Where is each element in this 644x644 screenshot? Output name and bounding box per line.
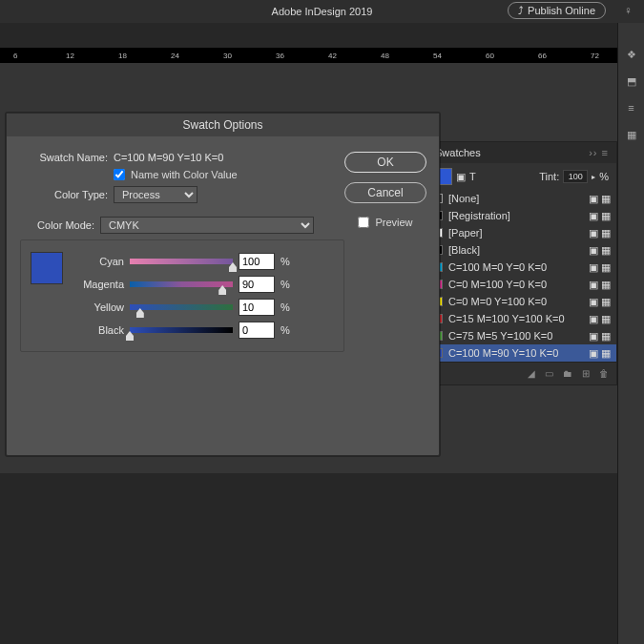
upload-icon: ⤴ <box>518 5 524 16</box>
slider-magenta[interactable] <box>130 280 233 289</box>
dialog-title: Swatch Options <box>7 114 439 136</box>
tint-label: Tint: <box>539 171 559 182</box>
slider-label: Magenta <box>73 279 124 290</box>
ruler-mark: 42 <box>328 52 337 60</box>
cc-libraries-icon[interactable]: ❖ <box>624 48 639 61</box>
publish-online-button[interactable]: ⤴ Publish Online <box>508 2 606 19</box>
cmyk-icon: ▦ <box>601 313 611 325</box>
swatch-preview <box>31 252 63 284</box>
swatch-row[interactable]: C=15 M=100 Y=100 K=0▣▦ <box>427 310 616 327</box>
tint-input[interactable]: 100 <box>563 170 588 183</box>
swatches-panel-header[interactable]: Swatches ›› ≡ <box>427 142 616 163</box>
panel-menu-icon[interactable]: ›› ≡ <box>589 147 609 158</box>
text-icon[interactable]: T <box>469 171 476 182</box>
ok-button[interactable]: OK <box>344 152 426 173</box>
ruler-mark: 60 <box>486 52 494 60</box>
ruler-mark: 48 <box>381 52 389 60</box>
slider-row: Cyan% <box>73 250 334 273</box>
new-swatch-icon[interactable]: ⊞ <box>582 368 590 379</box>
swatches-icon[interactable]: ▦ <box>624 128 639 141</box>
swatch-type-icon[interactable]: ◢ <box>528 368 535 379</box>
cmyk-icon: ▦ <box>601 347 611 360</box>
folder-icon[interactable]: 🖿 <box>563 368 572 379</box>
color-type-label: Color Type: <box>20 189 108 200</box>
slider-cyan[interactable] <box>130 257 233 266</box>
swatch-row[interactable]: [Registration]▣▦ <box>427 207 616 224</box>
color-type-select[interactable]: Process <box>114 186 197 203</box>
edit-icon: ▣ <box>589 347 598 360</box>
swatch-name: [Paper] <box>448 227 583 239</box>
ruler-mark: 36 <box>276 52 284 60</box>
swatch-row[interactable]: [None]▣▦ <box>427 190 616 207</box>
app-title: Adobe InDesign 2019 <box>272 6 373 17</box>
swatches-panel: Swatches ›› ≡ ▣ T Tint: 100 ▸ % [None]▣▦… <box>426 141 617 385</box>
color-mode-select[interactable]: CMYK <box>100 217 314 234</box>
slider-row: Yellow% <box>73 296 334 319</box>
swatch-name-value: C=100 M=90 Y=10 K=0 <box>114 152 223 163</box>
cmyk-icon: ▦ <box>601 210 611 222</box>
swatch-name: C=0 M=0 Y=100 K=0 <box>448 296 583 307</box>
slider-yellow[interactable] <box>130 302 233 312</box>
swatches-footer: ◢ ▭ 🖿 ⊞ 🗑 <box>427 362 616 384</box>
preview-label: Preview <box>375 217 412 228</box>
swatch-row[interactable]: [Black]▣▦ <box>427 241 616 259</box>
swatch-row[interactable]: C=0 M=0 Y=100 K=0▣▦ <box>427 293 616 310</box>
horizontal-ruler: 61218243036424854606672 <box>0 48 617 63</box>
links-icon[interactable]: ⬒ <box>624 74 639 88</box>
percent-label: % <box>280 301 290 313</box>
ruler-mark: 66 <box>538 52 547 60</box>
percent-label: % <box>280 256 290 267</box>
swatch-row[interactable]: C=100 M=0 Y=0 K=0▣▦ <box>427 259 616 276</box>
swatch-row[interactable]: C=75 M=5 Y=100 K=0▣▦ <box>427 327 616 344</box>
name-with-value-label: Name with Color Value <box>131 169 238 180</box>
slider-value-input[interactable] <box>239 253 275 270</box>
new-group-icon[interactable]: ▭ <box>545 368 553 379</box>
ruler-mark: 30 <box>223 52 232 60</box>
swatch-name-label: Swatch Name: <box>20 152 108 163</box>
swatches-list: [None]▣▦[Registration]▣▦[Paper]▣▦[Black]… <box>427 190 616 362</box>
swatch-row[interactable]: C=0 M=100 Y=0 K=0▣▦ <box>427 276 616 293</box>
edit-icon: ▣ <box>589 261 598 274</box>
swatch-options-dialog: Swatch Options Swatch Name: C=100 M=90 Y… <box>6 113 440 456</box>
slider-label: Black <box>73 324 124 336</box>
stroke-icon[interactable]: ≡ <box>624 101 639 114</box>
cmyk-icon: ▦ <box>601 193 611 205</box>
edit-icon: ▣ <box>589 296 598 308</box>
ruler-mark: 24 <box>171 52 179 60</box>
name-with-value-input[interactable] <box>114 169 125 180</box>
color-sliders-group: Cyan%Magenta%Yellow%Black% <box>20 239 344 352</box>
slider-value-input[interactable] <box>239 322 275 339</box>
container-icon[interactable]: ▣ <box>456 171 466 183</box>
trash-icon[interactable]: 🗑 <box>599 368 609 379</box>
cmyk-icon: ▦ <box>601 244 611 257</box>
percent-label: % <box>280 279 290 290</box>
swatch-row[interactable]: [Paper]▣▦ <box>427 224 616 241</box>
slider-value-input[interactable] <box>239 276 275 293</box>
cancel-button[interactable]: Cancel <box>344 182 426 203</box>
preview-input[interactable] <box>358 217 369 228</box>
ruler-mark: 18 <box>118 52 127 60</box>
cmyk-icon: ▦ <box>601 296 611 308</box>
tint-stepper-icon[interactable]: ▸ <box>592 173 595 181</box>
slider-black[interactable] <box>130 325 233 335</box>
tint-unit: % <box>599 171 609 182</box>
slider-value-input[interactable] <box>239 299 275 316</box>
ruler-mark: 12 <box>66 52 74 60</box>
swatch-name: C=0 M=100 Y=0 K=0 <box>448 279 583 290</box>
edit-icon: ▣ <box>589 244 598 257</box>
help-icon[interactable]: ♀ <box>624 4 633 17</box>
cmyk-icon: ▦ <box>601 330 611 343</box>
swatch-row[interactable]: C=100 M=90 Y=10 K=0▣▦ <box>427 344 616 362</box>
ruler-mark: 6 <box>13 52 17 60</box>
right-toolbar: ❖ ⬒ ≡ ▦ <box>617 23 644 644</box>
slider-row: Black% <box>73 319 334 342</box>
color-mode-label: Color Mode: <box>20 219 94 231</box>
swatch-name: C=100 M=0 Y=0 K=0 <box>448 261 583 273</box>
edit-icon: ▣ <box>589 313 598 325</box>
swatch-name: [Registration] <box>448 210 583 221</box>
slider-label: Yellow <box>73 301 124 313</box>
app-titlebar: Adobe InDesign 2019 ⤴ Publish Online ♀ <box>0 0 644 23</box>
swatch-name: C=75 M=5 Y=100 K=0 <box>448 330 583 342</box>
name-with-value-checkbox[interactable]: Name with Color Value <box>114 169 238 180</box>
preview-checkbox[interactable]: Preview <box>358 217 412 228</box>
